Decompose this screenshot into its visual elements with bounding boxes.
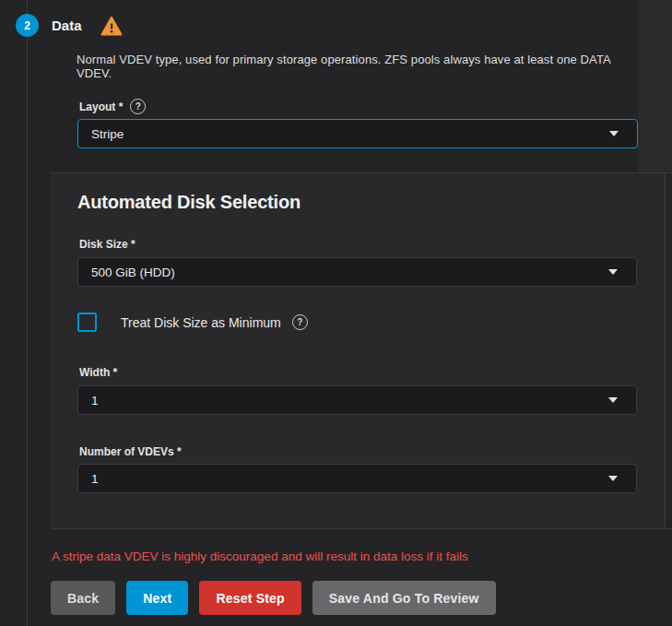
- treat-minimum-checkbox[interactable]: [77, 313, 97, 332]
- width-label: Width *: [79, 366, 117, 379]
- step-header: 2 Data: [16, 14, 123, 37]
- panel-background-strip: [638, 0, 672, 172]
- back-button[interactable]: Back: [51, 581, 115, 615]
- step-description: Normal VDEV type, used for primary stora…: [77, 53, 648, 80]
- automated-disk-selection-card: Automated Disk Selection Disk Size * 500…: [51, 173, 666, 528]
- disk-size-select[interactable]: 500 GiB (HDD): [77, 257, 637, 287]
- treat-minimum-label: Treat Disk Size as Minimum: [121, 315, 281, 330]
- disk-size-select-value: 500 GiB (HDD): [91, 266, 175, 279]
- data-vdev-step-panel: 2 Data Normal VDEV type, used for primar…: [0, 0, 672, 626]
- stepper-line: [27, 0, 28, 626]
- chevron-down-icon: [608, 397, 618, 403]
- layout-select[interactable]: Stripe: [77, 119, 638, 148]
- question-mark-icon[interactable]: ?: [130, 99, 146, 114]
- question-mark-icon[interactable]: ?: [292, 314, 308, 330]
- layout-select-value: Stripe: [91, 127, 124, 141]
- width-select[interactable]: 1: [77, 385, 637, 415]
- next-button[interactable]: Next: [126, 581, 188, 615]
- number-of-vdevs-select[interactable]: 1: [77, 464, 637, 493]
- layout-label-text: Layout *: [79, 100, 123, 113]
- treat-minimum-row: Treat Disk Size as Minimum ?: [77, 313, 308, 332]
- number-of-vdevs-label: Number of VDEVs *: [79, 445, 182, 458]
- reset-step-button[interactable]: Reset Step: [199, 581, 301, 615]
- number-of-vdevs-select-value: 1: [91, 472, 99, 486]
- stripe-warning-message: A stripe data VDEV is highly discouraged…: [52, 549, 468, 563]
- chevron-down-icon: [608, 476, 618, 481]
- save-and-go-to-review-button[interactable]: Save And Go To Review: [312, 581, 496, 615]
- layout-field-label: Layout * ?: [79, 99, 146, 114]
- width-select-value: 1: [91, 394, 99, 407]
- card-bottom-divider: [51, 528, 672, 529]
- disk-size-label: Disk Size *: [79, 238, 136, 251]
- chevron-down-icon: [608, 269, 618, 275]
- step-title: Data: [52, 18, 82, 33]
- chevron-down-icon: [609, 131, 619, 136]
- card-title: Automated Disk Selection: [77, 192, 301, 213]
- step-number-badge: 2: [16, 14, 39, 37]
- warning-triangle-icon: [100, 16, 123, 36]
- action-buttons: Back Next Reset Step Save And Go To Revi…: [51, 581, 496, 615]
